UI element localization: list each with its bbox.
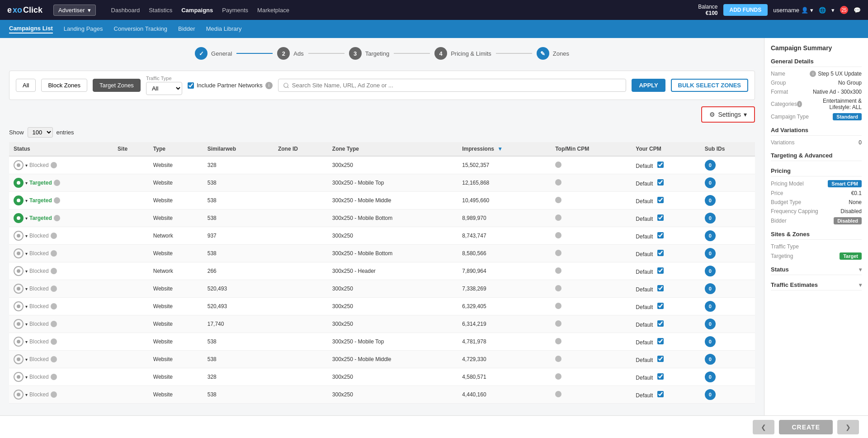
cpm-checkbox[interactable] [657, 356, 664, 362]
sub-count-badge[interactable]: 0 [705, 195, 716, 206]
nav-statistics[interactable]: Statistics [149, 7, 172, 14]
traffic-type-select[interactable]: All [146, 82, 182, 95]
table-row: ▾ Blocked Website 520,493 300x250 7,338,… [9, 280, 755, 298]
status-circle-icon[interactable] [14, 195, 24, 205]
sub-count-badge[interactable]: 0 [705, 319, 716, 329]
cpm-checkbox[interactable] [657, 373, 664, 380]
cell-top-cpm [551, 368, 631, 386]
sub-count-badge[interactable]: 0 [705, 389, 716, 400]
cpm-checkbox[interactable] [657, 267, 664, 274]
cell-sub-ids: 0 [700, 156, 755, 174]
status-circle-icon[interactable] [14, 354, 24, 364]
next-button[interactable]: ❯ [837, 420, 859, 434]
table-row: ▾ Targeted Website 538 300x250 - Mobile … [9, 192, 755, 209]
sub-count-badge[interactable]: 0 [705, 371, 716, 382]
status-circle-icon[interactable] [14, 390, 24, 400]
sub-count-badge[interactable]: 0 [705, 213, 716, 224]
globe-icon[interactable]: 🌐 [819, 7, 826, 14]
chevron-down-small: ▾ [25, 216, 28, 221]
status-circle-icon[interactable] [14, 248, 24, 258]
balance-label: Balance [698, 4, 717, 10]
username-area[interactable]: username 👤 ▾ [773, 7, 813, 14]
add-funds-button[interactable]: ADD FUNDS [723, 4, 768, 16]
block-zones-button[interactable]: Block Zones [41, 79, 87, 92]
cpm-checkbox[interactable] [657, 391, 664, 397]
sub-count-badge[interactable]: 0 [705, 230, 716, 241]
info-icon[interactable]: i [265, 82, 273, 89]
sub-count-badge[interactable]: 0 [705, 354, 716, 365]
advertiser-dropdown[interactable]: Advertiser ▾ [53, 5, 96, 16]
campaign-type-badge: Standard [833, 113, 862, 120]
status-circle-icon[interactable] [14, 301, 24, 311]
sub-count-badge[interactable]: 0 [705, 283, 716, 294]
cpm-checkbox[interactable] [657, 197, 664, 203]
entries-select[interactable]: 100 [28, 127, 53, 138]
status-circle-icon[interactable] [14, 319, 24, 329]
status-circle-icon[interactable] [14, 372, 24, 382]
col-top-cpm: Top/Min CPM [551, 142, 631, 156]
cell-zone-type: 300x250 - Mobile Top [328, 333, 458, 351]
table-body: ▾ Blocked Website 328 300x250 15,502,357… [9, 156, 755, 404]
cell-sub-ids: 0 [700, 368, 755, 386]
info-icon-name: i [810, 71, 816, 77]
status-circle-icon[interactable] [14, 337, 24, 347]
all-zones-button[interactable]: All [16, 79, 36, 92]
cpm-checkbox[interactable] [657, 320, 664, 327]
sub-count-badge[interactable]: 0 [705, 301, 716, 312]
username-label: username [773, 7, 799, 14]
traffic-estimates-title[interactable]: Traffic Estimates ▾ [771, 281, 862, 290]
nav-payments[interactable]: Payments [222, 7, 248, 14]
bulk-select-button[interactable]: BULK SELECT ZONES [671, 79, 748, 92]
cell-zone-type: 300x250 [328, 156, 458, 174]
sub-count-badge[interactable]: 0 [705, 336, 716, 347]
status-circle-icon[interactable] [14, 231, 24, 241]
nav-marketplace[interactable]: Marketplace [257, 7, 289, 14]
sub-count-badge[interactable]: 0 [705, 266, 716, 276]
cell-top-cpm [551, 386, 631, 404]
cpm-dot [555, 320, 561, 327]
cell-site [113, 386, 149, 404]
status-circle-icon[interactable] [14, 178, 24, 188]
status-circle-icon[interactable] [14, 284, 24, 294]
sub-count-badge[interactable]: 0 [705, 177, 716, 188]
status-circle-icon[interactable] [14, 160, 24, 170]
cpm-checkbox[interactable] [657, 214, 664, 221]
sub-count-badge[interactable]: 0 [705, 248, 716, 259]
cell-similarweb: 538 [203, 351, 274, 368]
subnav-bidder[interactable]: Bidder [178, 25, 195, 33]
nav-dashboard[interactable]: Dashboard [111, 7, 140, 14]
create-button[interactable]: CREATE [779, 420, 833, 434]
cpm-checkbox[interactable] [657, 338, 664, 344]
status-section-title[interactable]: Status ▾ [771, 266, 862, 275]
prev-button[interactable]: ❮ [753, 420, 774, 434]
settings-button[interactable]: ⚙ Settings ▾ [701, 106, 755, 123]
frequency-capping-value: Disabled [840, 208, 862, 214]
cpm-checkbox[interactable] [657, 303, 664, 309]
notification-badge[interactable]: 25 [840, 6, 848, 14]
subnav-landing-pages[interactable]: Landing Pages [64, 25, 103, 33]
subnav-media-library[interactable]: Media Library [206, 25, 242, 33]
cell-type: Network [149, 262, 203, 280]
cpm-checkbox[interactable] [657, 232, 664, 238]
group-row: Group No Group [771, 80, 862, 86]
target-zones-button[interactable]: Target Zones [93, 79, 141, 92]
col-impressions[interactable]: Impressions ▼ [458, 142, 551, 156]
cell-site [113, 333, 149, 351]
sub-count-badge[interactable]: 0 [705, 160, 716, 171]
cpm-checkbox[interactable] [657, 285, 664, 291]
subnav-conversion-tracking[interactable]: Conversion Tracking [114, 25, 168, 33]
apply-button[interactable]: APPLY [632, 79, 665, 92]
status-circle-icon[interactable] [14, 213, 24, 223]
nav-campaigns[interactable]: Campaigns [181, 7, 213, 14]
cell-sub-ids: 0 [700, 209, 755, 227]
message-icon[interactable]: 💬 [854, 7, 861, 14]
subnav-campaigns-list[interactable]: Campaigns List [9, 25, 53, 33]
include-partner-checkbox[interactable] [188, 82, 194, 89]
status-circle-icon[interactable] [14, 266, 24, 276]
table-row: ▾ Blocked Network 266 300x250 - Header 7… [9, 262, 755, 280]
cpm-checkbox[interactable] [657, 179, 664, 186]
cpm-checkbox[interactable] [657, 162, 664, 168]
zone-search-input[interactable] [278, 79, 627, 92]
info-dot [54, 215, 60, 221]
cpm-checkbox[interactable] [657, 250, 664, 256]
